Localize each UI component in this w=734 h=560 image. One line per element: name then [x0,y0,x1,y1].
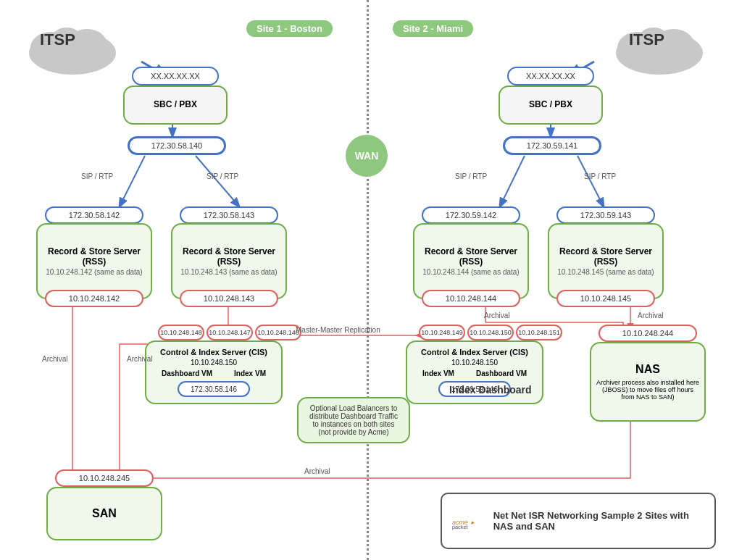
site2-gateway-ip: 172.30.59.141 [503,136,601,155]
san-archival-label: Archival [304,467,330,475]
site2-sbcpbx-box: SBC / PBX [499,85,603,125]
site1-label: Site 1 - Boston [257,23,322,34]
site1-gateway-ip: 172.30.58.140 [128,136,226,155]
nas-ip: 10.10.248.244 [599,325,697,342]
site1-cis-ip1: 10.10.248.148 [158,325,204,340]
svg-line-7 [577,156,604,206]
site1-sbcpbx-box: SBC / PBX [123,85,228,125]
site2-cis-ip1: 10.10.248.149 [419,325,465,340]
site1-cis-ip3: 10.10.248.146 [255,325,301,340]
replication-label: Master-Master Replication [296,326,380,334]
site2-label: Site 2 - Miami [403,23,463,34]
site2-cis-ip2: 10.10.248.150 [467,325,514,340]
svg-text:packet: packet [452,524,468,530]
site2-rss2-ip-pink: 10.10.248.145 [556,290,655,307]
optional-lb-box: Optional Load Balancers to distribute Da… [297,397,410,443]
site1-archival-label-left: Archival [42,355,68,363]
svg-line-4 [120,156,145,206]
site1-cis-ip2: 10.10.248.147 [207,325,253,340]
site1-cis-vm-ip: 172.30.58.146 [178,381,250,397]
site2-itsp-label: ITSP [629,30,664,49]
svg-text:▸: ▸ [471,519,475,526]
svg-line-5 [196,156,239,206]
svg-line-6 [500,156,525,206]
site2-rss1-ip-pink: 10.10.248.144 [422,290,520,307]
site2-sip-rtp-right: SIP / RTP [584,172,616,180]
site2-cis-ip3: 10.10.248.151 [516,325,562,340]
site1-rss1-ip-blue: 172.30.58.142 [45,206,143,224]
site1-rss2-ip-pink: 10.10.248.143 [180,290,278,307]
site1-rss1-ip-pink: 10.10.248.142 [45,290,143,307]
site2-archival-label-right: Archival [638,312,664,319]
site1-rss2-ip-blue: 172.30.58.143 [180,206,278,224]
acme-logo-icon: acme ▸ packet [452,511,488,531]
site1-archival-label-right: Archival [127,355,153,363]
center-divider [367,0,369,560]
nas-box: NAS Archiver process also installed here… [590,342,706,422]
site2-archival-label-left: Archival [484,312,510,319]
site1-sip-rtp-right: SIP / RTP [207,172,238,180]
site2-rss2-box: Record & Store Server (RSS) 10.10.248.14… [548,223,664,299]
site2-rss2-ip-blue: 172.30.59.143 [556,206,655,224]
site2-rss1-box: Record & Store Server (RSS) 10.10.248.14… [413,223,529,299]
site1-rss1-box: Record & Store Server (RSS) 10.10.248.14… [36,223,152,299]
site1-sbcpbx-ip: XX.XX.XX.XX [132,67,219,85]
site2-badge: Site 2 - Miami [393,20,473,37]
site1-rss2-box: Record & Store Server (RSS) 10.10.248.14… [171,223,287,299]
site2-rss1-ip-blue: 172.30.59.142 [422,206,520,224]
san-box: SAN [46,487,162,540]
site1-cis-box: Control & Index Server (CIS) 10.10.248.1… [145,340,283,404]
logo-box: acme ▸ packet Net Net ISR Networking Sam… [441,493,716,549]
san-ip: 10.10.248.245 [55,469,154,487]
site1-sip-rtp-left: SIP / RTP [81,172,113,180]
site1-itsp-label: ITSP [40,30,75,49]
site2-sbcpbx-ip: XX.XX.XX.XX [507,67,594,85]
index-dashboard-label: Index Dashboard [449,384,532,396]
site1-badge: Site 1 - Boston [246,20,333,37]
site2-sip-rtp-left: SIP / RTP [455,172,487,180]
network-diagram: { "title": "Net Net ISR Networking Sampl… [0,0,734,560]
wan-badge: WAN [346,135,388,177]
wan-label: WAN [355,150,379,162]
